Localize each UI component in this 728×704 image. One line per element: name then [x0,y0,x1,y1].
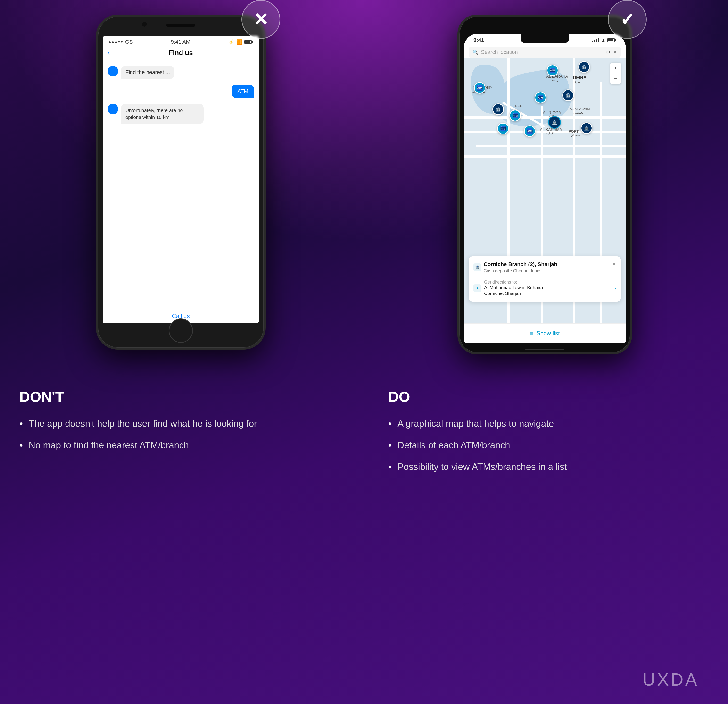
search-icon-new: 🔍 [472,49,478,55]
show-list-label: Show list [536,330,560,337]
map-label-baraha-ar: البراحة [552,78,561,82]
dont-phone-wrapper: ✕ ●●●oo GS 9:41 AM ⚡ 📶 [96,14,266,350]
time-display: 9:41 AM [171,39,191,45]
new-phone: 9:41 ▲ [458,14,632,354]
dont-heading: DON'T [19,389,340,405]
show-list-bar[interactable]: ≡ Show list [464,323,626,343]
direction-text-block: Get directions to: Al Mohannad Tower, Bu… [484,280,611,297]
info-popup: 🏦 Corniche Branch (2), Sharjah Cash depo… [469,256,621,302]
search-input-placeholder[interactable]: Search location [481,49,604,55]
map-pin-3[interactable]: 🏧 [474,82,485,94]
do-bullet-text-2: Details of each ATM/branch [397,439,510,452]
side-button-right [631,75,632,99]
home-indicator-new [525,348,564,350]
info-popup-header: 🏦 Corniche Branch (2), Sharjah Cash depo… [474,261,616,273]
bot-avatar [107,66,118,77]
status-icons-new: ▲ [592,38,616,43]
map-label-port-ar: سفاقر [572,133,580,137]
close-search-icon[interactable]: ✕ [614,49,617,55]
map-pin-4[interactable]: 🏧 [534,92,546,103]
map-label-khabaisi-ar: الخبيصي [573,111,585,114]
do-bullet-text-3: Possibility to view ATMs/branches in a l… [397,461,567,473]
dont-bullet-1: • The app doesn't help the user find wha… [19,417,340,430]
search-bar[interactable]: 🔍 Search location ⚙ ✕ [469,46,621,58]
bar4 [598,38,599,42]
direction-icon: ➤ [474,284,481,292]
check-icon: ✓ [620,9,634,30]
info-popup-direction[interactable]: ➤ Get directions to: Al Mohannad Tower, … [474,280,616,297]
do-bullet-1: • A graphical map that helps to navigate [388,417,709,430]
atm-icon-1: 🏧 [550,68,556,73]
map-pin-6[interactable]: 🏦 [493,103,504,115]
map-pin-5[interactable]: 🏦 [562,89,574,101]
map-label-khabaisi: AL KHABAISI [569,107,590,111]
side-button-left [96,65,97,80]
map-pin-2[interactable]: 🏦 [578,61,590,73]
x-icon: ✕ [254,9,268,30]
camera-old [142,22,147,27]
battery-new [607,38,616,42]
direction-arrow-icon: › [614,285,616,291]
chat-bubble-1: Find the nearest ... [107,66,254,79]
do-column: DO • A graphical map that helps to navig… [388,389,709,482]
branch-selected-icon: 🏦 [552,120,557,125]
status-bar-old: ●●●oo GS 9:41 AM ⚡ 📶 [103,36,259,47]
bubble-text-3: Unfortunately, there are no options with… [121,104,204,124]
speaker [166,24,195,27]
old-phone: ●●●oo GS 9:41 AM ⚡ 📶 ‹ [96,14,266,350]
filter-icon[interactable]: ⚙ [606,49,610,55]
good-badge: ✓ [608,0,647,39]
map-pin-7[interactable]: 🏧 [509,110,521,121]
info-popup-branch-name: Corniche Branch (2), Sharjah [484,261,557,267]
direction-address: Al Mohannad Tower, BuhairaCorniche, Shar… [484,285,611,297]
branch-icon-1: 🏦 [582,65,586,69]
bad-badge: ✕ [241,0,280,39]
dont-bullet-text-1: The app doesn't help the user find what … [29,417,257,430]
info-popup-titles: Corniche Branch (2), Sharjah Cash deposi… [484,261,557,273]
bullet-dot-2: • [19,440,23,451]
map-pin-1[interactable]: 🏧 [547,65,558,76]
atm-icon-6: 🏧 [527,128,533,134]
info-divider [474,276,616,277]
dont-column: DON'T • The app doesn't help the user fi… [19,389,340,482]
zoom-out-button[interactable]: − [610,73,621,84]
map-label-deira-ar: ديرة [575,80,581,83]
carrier-text: GS [125,39,133,45]
branch-icon-2: 🏦 [566,93,571,98]
branch-icon-4: 🏦 [584,126,589,131]
phone-old-screen: ●●●oo GS 9:41 AM ⚡ 📶 ‹ [103,36,259,323]
phones-section: ✕ ●●●oo GS 9:41 AM ⚡ 📶 [0,0,728,374]
back-button[interactable]: ‹ [107,49,110,57]
chat-area: Find the nearest ... ATM Unfortunately, … [103,60,259,309]
zoom-in-button[interactable]: + [610,63,621,73]
bubble-text-2-right: ATM [231,85,254,98]
home-button-old[interactable] [169,318,193,343]
map-pin-10[interactable]: 🏦 [581,122,592,134]
map-area[interactable]: T. RASHID ميناء راشد AL BARAHA البراحة D… [464,58,626,323]
signal-bars [592,38,599,42]
page-title-old: Find us [169,49,193,57]
bullet-dot-5: • [388,461,391,473]
map-label-ffa: FFA [515,104,522,108]
map-pin-9[interactable]: 🏧 [524,125,536,137]
signal-dots: ●●●oo [108,40,124,45]
dont-bullet-text-2: No map to find the nearest ATM/branch [29,439,189,452]
bot-avatar-2 [107,104,118,114]
uxda-logo: UXDA [643,669,699,690]
map-controls: + − [610,63,621,84]
do-bullet-2: • Details of each ATM/branch [388,439,709,452]
bubble-text-1: Find the nearest ... [121,66,174,79]
wifi-icon-old: 📶 [236,39,243,45]
map-pin-8[interactable]: 🏧 [497,123,509,134]
do-phone-wrapper: ✓ 9:41 ▲ [458,14,632,354]
search-action-icons: ⚙ ✕ [606,49,617,55]
wifi-icon-new: ▲ [601,38,605,43]
map-pin-selected[interactable]: 🏦 [548,116,561,129]
atm-icon-3: 🏧 [537,95,543,101]
info-popup-close-button[interactable]: ✕ [612,261,616,267]
bottom-section: DON'T • The app doesn't help the user fi… [0,374,728,497]
bar1 [592,40,593,42]
atm-icon-4: 🏧 [512,113,519,119]
bullet-dot-3: • [388,418,391,429]
list-icon: ≡ [530,330,533,337]
